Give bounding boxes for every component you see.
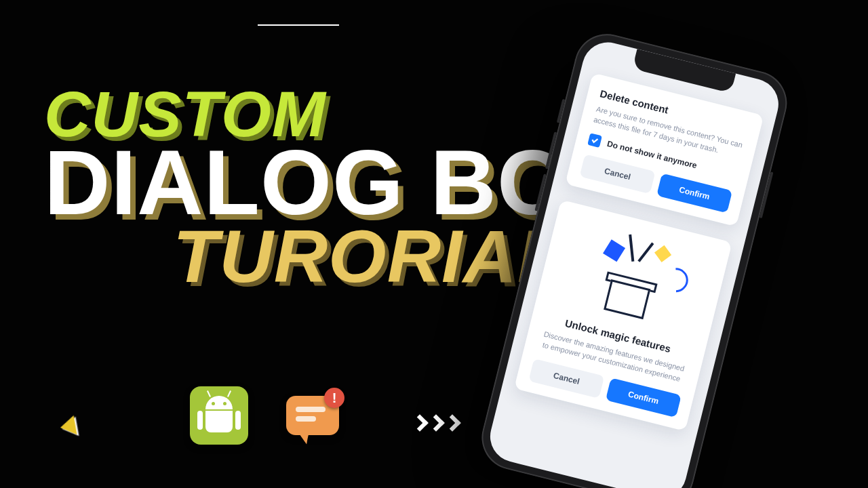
dialog-delete-content: Delete content Are you sure to remove th… [565, 73, 764, 226]
chevrons-icon [414, 417, 462, 429]
icon-row: ! [190, 386, 342, 445]
confirm-button[interactable]: Confirm [606, 378, 682, 418]
triangle-icon [58, 415, 77, 437]
checkbox-do-not-show[interactable] [587, 133, 602, 148]
magic-box-illustration [566, 222, 698, 335]
dialog-unlock-features: Unlock magic features Discover the amazi… [514, 200, 732, 431]
confirm-button[interactable]: Confirm [656, 173, 732, 213]
cancel-button[interactable]: Cancel [580, 154, 656, 194]
chat-alert-icon: ! [283, 386, 342, 445]
android-icon [190, 386, 248, 445]
accent-dash [258, 24, 339, 26]
cancel-button[interactable]: Cancel [528, 359, 604, 399]
